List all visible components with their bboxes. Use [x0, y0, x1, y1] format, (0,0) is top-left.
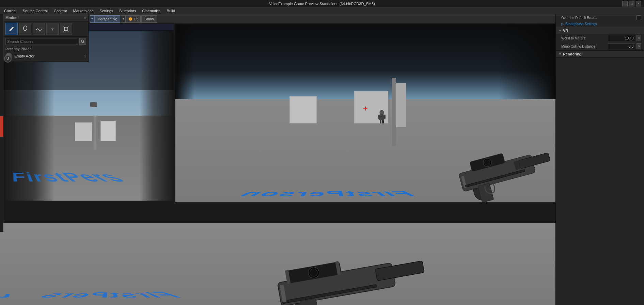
editor-pole [94, 116, 96, 150]
svg-point-4 [380, 110, 384, 115]
broadphase-settings-label[interactable]: Broadphase Settings [565, 22, 641, 26]
svg-rect-21 [375, 261, 424, 281]
search-classes-input[interactable] [5, 38, 78, 45]
mode-icon-place[interactable] [5, 23, 18, 35]
mono-culling-row: Mono Culling Distance ⟳ [556, 42, 644, 50]
svg-rect-8 [380, 120, 381, 123]
menu-settings[interactable]: Settings [97, 8, 116, 14]
rendering-section-header[interactable]: ▼ Rendering [556, 51, 644, 57]
rendering-section: ▼ Rendering [556, 51, 644, 58]
game-pole [392, 78, 396, 146]
crosshair-vertical [365, 106, 366, 111]
world-to-meters-label: World to Meters [561, 36, 607, 40]
vr-section: ▼ VR World to Meters ⟳ Mono Culling Dist… [556, 27, 644, 51]
mode-icon-foliage[interactable] [46, 23, 59, 35]
world-to-meters-spin[interactable]: ⟳ [637, 35, 641, 41]
editor-box-2 [100, 121, 116, 141]
mode-icon-landscape[interactable] [33, 23, 45, 35]
mode-tab-place[interactable] [0, 14, 3, 35]
gun-svg [409, 110, 555, 202]
menu-marketplace[interactable]: Marketplace [70, 8, 96, 14]
menu-build[interactable]: Build [164, 8, 178, 14]
bottom-floor-text-2: ug [0, 291, 11, 300]
title-bar-title: VoiceExample Game Preview Standalone (64… [269, 2, 375, 6]
mode-icons-row [3, 21, 88, 37]
menu-source-control[interactable]: Source Control [20, 8, 50, 14]
maximize-button[interactable]: □ [629, 1, 634, 6]
svg-line-3 [83, 42, 85, 44]
mode-tab-extra2[interactable] [0, 157, 3, 177]
broadphase-settings-row[interactable]: ▷ Broadphase Settings [556, 21, 644, 27]
svg-rect-11 [519, 153, 550, 169]
override-broadphase-checkbox[interactable] [637, 15, 641, 20]
mode-tab-landscape[interactable] [0, 55, 3, 75]
lit-dropdown-arrow[interactable]: ▼ [121, 15, 126, 23]
mode-tab-extra3[interactable] [0, 177, 3, 198]
rendering-title: Rendering [563, 52, 581, 56]
info-icon[interactable]: ? [84, 54, 86, 58]
mode-tabs [0, 14, 3, 232]
world-to-meters-row: World to Meters ⟳ [556, 34, 644, 42]
vr-title: VR [563, 29, 568, 33]
mode-icon-paint[interactable] [19, 23, 31, 35]
svg-rect-1 [64, 27, 68, 31]
mode-icon-geometry[interactable] [60, 23, 72, 35]
search-classes-button[interactable] [79, 38, 86, 45]
empty-actor-label: Empty Actor [14, 54, 34, 58]
editor-camera [90, 102, 97, 107]
svg-point-0 [23, 26, 27, 31]
bottom-preview[interactable]: FirstPers ug [0, 202, 555, 305]
game-floor-text-main: FirstPerson [232, 189, 421, 198]
lit-label: Lit [133, 17, 138, 21]
mode-tab-paint[interactable] [0, 35, 3, 55]
perspective-dropdown-group: ▼ Perspective [90, 15, 120, 23]
show-button[interactable]: Show [141, 15, 157, 23]
override-broadphase-row: Override Default Broa... [556, 14, 644, 21]
title-bar: VoiceExample Game Preview Standalone (64… [0, 0, 644, 7]
place-panel-close-button[interactable]: × [84, 15, 86, 20]
game-character [377, 110, 387, 123]
menu-content[interactable]: Content [51, 8, 70, 14]
gun-bottom-svg [194, 233, 433, 305]
svg-point-2 [81, 40, 84, 43]
lit-icon [129, 17, 132, 21]
ue-logo-icon: U [4, 55, 12, 63]
empty-actor-row[interactable]: Empty Actor ? [3, 52, 88, 60]
search-row [3, 37, 88, 46]
editor-box-1 [75, 122, 92, 141]
vr-arrow: ▼ [559, 29, 562, 32]
gun-bottom [194, 233, 555, 305]
vr-section-header[interactable]: ▼ VR [556, 27, 644, 34]
game-preview-viewport[interactable]: FirstPerson [175, 15, 555, 202]
ue-logo: U [3, 54, 12, 63]
recently-placed-label: Recently Placed [3, 46, 88, 52]
menu-bar: Current Source Control Content Marketpla… [0, 7, 644, 14]
game-box-3 [396, 83, 406, 127]
window-controls: – □ × [622, 1, 641, 6]
minimize-button[interactable]: – [622, 1, 628, 6]
lit-button[interactable]: Lit [126, 15, 141, 23]
world-to-meters-input[interactable] [608, 35, 635, 41]
mode-tab-extra1[interactable] [0, 137, 3, 157]
mode-tab-extra4[interactable] [0, 198, 3, 218]
lit-dropdown-group: ▼ Lit [121, 15, 141, 23]
svg-rect-6 [378, 115, 380, 119]
close-button[interactable]: × [636, 1, 641, 6]
perspective-button[interactable]: Perspective [95, 15, 120, 23]
place-panel-title: Modes [5, 16, 17, 20]
mono-culling-input[interactable] [608, 43, 635, 49]
show-label: Show [144, 17, 154, 21]
perspective-dropdown-arrow[interactable]: ▼ [90, 15, 95, 23]
svg-rect-5 [379, 115, 384, 120]
svg-rect-9 [382, 120, 384, 123]
mode-tab-geometry[interactable] [0, 96, 3, 116]
right-panel: ▼ Broadphase Override Default Broa... ▷ … [555, 0, 644, 305]
mode-tab-foliage[interactable] [0, 75, 3, 96]
mode-tab-active[interactable] [0, 116, 3, 137]
menu-current[interactable]: Current [1, 8, 19, 14]
mono-culling-spin[interactable]: ⟳ [637, 43, 641, 49]
menu-blueprints[interactable]: Blueprints [116, 8, 139, 14]
override-broadphase-label: Override Default Broa... [561, 16, 635, 20]
menu-cinematics[interactable]: Cinematics [139, 8, 163, 14]
mono-culling-label: Mono Culling Distance [561, 45, 607, 48]
